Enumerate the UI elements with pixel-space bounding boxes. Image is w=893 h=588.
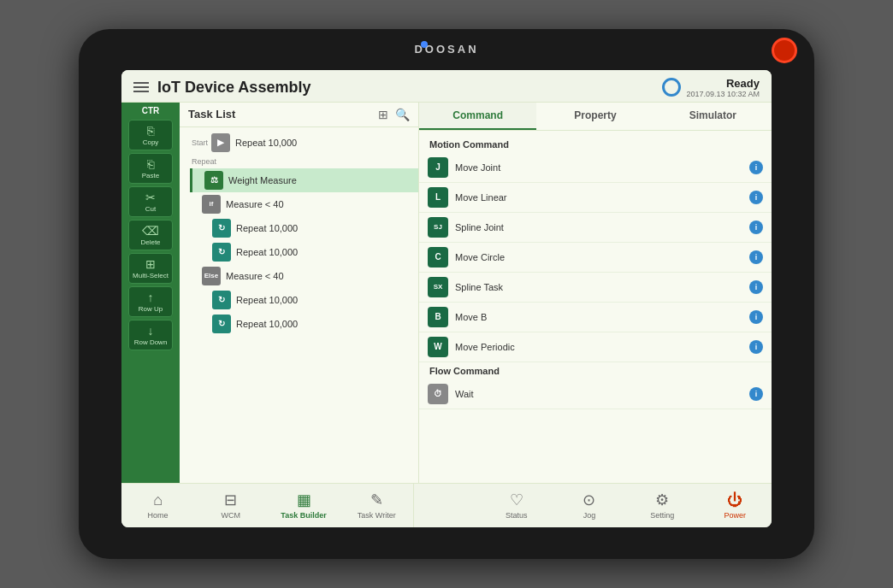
- info-badge[interactable]: i: [749, 161, 763, 174]
- list-item[interactable]: ↻ Repeat 10,000: [200, 216, 418, 240]
- menu-icon[interactable]: [133, 82, 149, 92]
- tab-command[interactable]: Command: [419, 103, 536, 130]
- repeat-icon: ↻: [212, 315, 231, 333]
- command-move-linear[interactable]: L Move Linear i: [419, 183, 772, 213]
- task-list: Start ▶ Repeat 10,000 Repeat ⚖ Weight Me…: [180, 127, 418, 483]
- tab-simulator[interactable]: Simulator: [654, 103, 772, 130]
- home-icon: ⌂: [153, 491, 163, 509]
- status-icon: ♡: [510, 491, 523, 509]
- delete-icon: ⌫: [142, 224, 159, 238]
- nav-task-builder[interactable]: ▦ Task Builder: [267, 484, 340, 527]
- task-writer-icon: ✎: [370, 491, 383, 509]
- list-item-else[interactable]: Else Measure < 40: [190, 264, 418, 288]
- nav-jog[interactable]: ⊙ Jog: [553, 484, 625, 527]
- setting-icon: ⚙: [655, 491, 669, 509]
- nav-setting[interactable]: ⚙ Setting: [626, 484, 699, 527]
- ctr-rowup-button[interactable]: ↑ Row Up: [128, 286, 173, 317]
- info-badge[interactable]: i: [749, 280, 763, 294]
- nav-status[interactable]: ♡ Status: [480, 484, 553, 527]
- nav-home[interactable]: ⌂ Home: [121, 484, 194, 527]
- start-icon: ▶: [211, 133, 230, 152]
- nav-wcm[interactable]: ⊟ WCM: [194, 484, 267, 527]
- motion-command-title: Motion Command: [419, 136, 772, 153]
- wcm-icon: ⊟: [224, 491, 237, 509]
- ctr-paste-button[interactable]: ⎗ Paste: [128, 153, 173, 184]
- info-badge[interactable]: i: [749, 220, 763, 234]
- multiselect-icon: ⊞: [145, 257, 156, 271]
- info-badge[interactable]: i: [749, 310, 763, 324]
- ctr-multiselect-button[interactable]: ⊞ Multi-Select: [128, 253, 173, 284]
- task-panel: Task List ⊞ 🔍 Start ▶ Repeat 10,000: [180, 103, 419, 483]
- jog-icon: ⊙: [583, 491, 595, 509]
- flow-command-title: Flow Command: [419, 362, 772, 379]
- search-icon[interactable]: 🔍: [395, 108, 410, 121]
- status-area: Ready 2017.09.13 10:32 AM: [662, 77, 760, 98]
- ctr-cut-button[interactable]: ✂ Cut: [128, 186, 173, 217]
- command-move-b[interactable]: B Move B i: [419, 303, 772, 332]
- info-badge[interactable]: i: [749, 250, 763, 264]
- task-list-title: Task List: [188, 108, 235, 121]
- if-icon: if: [202, 195, 221, 214]
- paste-icon: ⎗: [147, 157, 154, 171]
- status-datetime: 2017.09.13 10:32 AM: [686, 90, 760, 98]
- nav-task-writer[interactable]: ✎ Task Writer: [340, 484, 413, 527]
- info-badge[interactable]: i: [749, 387, 763, 401]
- command-move-circle[interactable]: C Move Circle i: [419, 243, 772, 273]
- status-label: Ready: [686, 77, 760, 90]
- main-content: CTR ⎘ Copy ⎗ Paste ✂ Cut ⌫ Delete: [121, 103, 772, 483]
- weight-icon: ⚖: [204, 171, 223, 190]
- tablet-device: DOOSAN IoT Device Assembly Ready 2017.09…: [79, 29, 814, 559]
- move-b-icon: B: [428, 307, 448, 327]
- list-item[interactable]: ↻ Repeat 10,000: [200, 240, 418, 264]
- ctr-copy-button[interactable]: ⎘ Copy: [128, 120, 173, 150]
- rowdown-icon: ↓: [148, 324, 154, 338]
- ctr-panel: CTR ⎘ Copy ⎗ Paste ✂ Cut ⌫ Delete: [121, 103, 180, 483]
- move-periodic-icon: W: [428, 337, 448, 357]
- repeat-icon: ↻: [212, 219, 231, 238]
- page-title: IoT Device Assembly: [157, 79, 310, 97]
- nav-power[interactable]: ⏻ Power: [699, 484, 772, 527]
- status-indicator: [662, 78, 681, 97]
- repeat-icon: ↻: [212, 291, 231, 309]
- command-panel: Command Property Simulator Motion Comman…: [419, 103, 772, 483]
- task-header: Task List ⊞ 🔍: [180, 103, 418, 127]
- ctr-delete-button[interactable]: ⌫ Delete: [128, 220, 173, 250]
- top-header: IoT Device Assembly Ready 2017.09.13 10:…: [121, 70, 772, 103]
- move-circle-icon: C: [428, 247, 448, 268]
- cut-icon: ✂: [145, 191, 156, 204]
- emergency-stop-button[interactable]: [772, 38, 797, 63]
- ctr-label: CTR: [142, 106, 160, 115]
- move-joint-icon: J: [428, 157, 448, 178]
- task-builder-icon: ▦: [297, 491, 311, 509]
- list-item[interactable]: Repeat: [180, 155, 418, 168]
- tab-property[interactable]: Property: [536, 103, 653, 130]
- bottom-nav: ⌂ Home ⊟ WCM ▦ Task Builder ✎ Task Write…: [121, 483, 772, 527]
- command-spline-joint[interactable]: SJ Spline Joint i: [419, 213, 772, 243]
- list-item[interactable]: Start ▶ Repeat 10,000: [180, 131, 418, 155]
- command-move-periodic[interactable]: W Move Periodic i: [419, 332, 772, 362]
- repeat-icon: ↻: [212, 243, 231, 262]
- list-item-weight-measure[interactable]: ⚖ Weight Measure: [190, 168, 418, 192]
- spline-joint-icon: SJ: [428, 217, 448, 238]
- info-badge[interactable]: i: [749, 191, 763, 204]
- copy-icon: ⎘: [147, 124, 154, 138]
- info-badge[interactable]: i: [749, 340, 763, 354]
- list-item[interactable]: ↻ Repeat 10,000: [200, 288, 418, 312]
- wait-icon: ⏱: [428, 384, 448, 404]
- panel-tabs: Command Property Simulator: [419, 103, 772, 131]
- else-icon: Else: [202, 267, 221, 285]
- indicator-led: [421, 41, 428, 48]
- command-spline-task[interactable]: SX Spline Task i: [419, 273, 772, 303]
- command-move-joint[interactable]: J Move Joint i: [419, 153, 772, 183]
- spline-task-icon: SX: [428, 277, 448, 297]
- grid-view-icon[interactable]: ⊞: [378, 108, 388, 121]
- command-wait[interactable]: ⏱ Wait i: [419, 379, 772, 409]
- power-icon: ⏻: [727, 491, 742, 509]
- move-linear-icon: L: [428, 187, 448, 208]
- list-item[interactable]: ↻ Repeat 10,000: [200, 312, 418, 336]
- list-item-if[interactable]: if Measure < 40: [190, 192, 418, 216]
- screen: IoT Device Assembly Ready 2017.09.13 10:…: [121, 70, 772, 527]
- ctr-rowdown-button[interactable]: ↓ Row Down: [128, 320, 173, 350]
- rowup-icon: ↑: [148, 291, 154, 304]
- command-content: Motion Command J Move Joint i L Move Lin…: [419, 131, 772, 483]
